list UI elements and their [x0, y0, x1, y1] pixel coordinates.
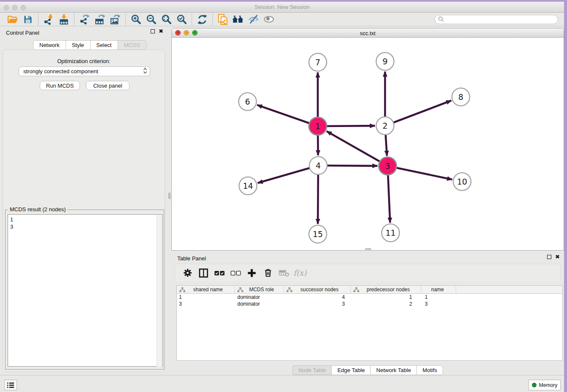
export-image-button[interactable]	[107, 14, 123, 25]
graph-node-7[interactable]: 7	[309, 53, 327, 71]
edge-4-14[interactable]	[258, 166, 318, 183]
zoom-fit-button[interactable]	[159, 14, 174, 25]
control-panel-float-icon[interactable]	[151, 29, 155, 33]
graph-node-2[interactable]: 2	[376, 117, 394, 135]
column-header-mcds-role[interactable]: MCDS role	[235, 286, 284, 293]
search-input[interactable]	[444, 16, 558, 23]
checked-boxes-icon	[214, 270, 225, 276]
clear-all-columns-button[interactable]	[228, 267, 243, 279]
optimization-criterion-select[interactable]: strongly connected component	[19, 66, 150, 76]
save-floppy-icon	[23, 14, 33, 25]
hide-graphics-details-button[interactable]	[246, 14, 261, 25]
node-table-header: shared name MCDS role successor nodes pr…	[177, 286, 562, 294]
column-header-name[interactable]: name	[421, 286, 456, 293]
eye-slash-icon	[248, 14, 259, 25]
export-image-icon	[110, 14, 121, 25]
show-graphics-details-button[interactable]	[261, 14, 276, 25]
network-window-titlebar[interactable]: × – + scc.txt	[172, 28, 564, 38]
clone-network-button[interactable]	[215, 14, 231, 25]
tab-motifs[interactable]: Motifs	[416, 365, 443, 375]
graph-node-14[interactable]: 14	[239, 177, 257, 195]
horizontal-split-grip[interactable]	[365, 248, 371, 251]
apply-layout-button[interactable]	[195, 14, 210, 25]
save-session-button[interactable]	[20, 14, 36, 25]
tab-network-table[interactable]: Network Table	[370, 365, 416, 375]
edge-1-6[interactable]	[257, 105, 318, 126]
import-network-icon	[43, 14, 54, 25]
open-session-button[interactable]	[5, 14, 20, 25]
column-header-predecessor-nodes[interactable]: predecessor nodes	[351, 286, 421, 293]
node-label: 6	[245, 97, 250, 106]
close-panel-button[interactable]: Close panel	[86, 81, 129, 90]
tab-network[interactable]: Network	[33, 40, 66, 50]
cell-mcds-role: dominator	[235, 294, 284, 301]
mcds-result-textarea[interactable]: 1 3	[8, 214, 162, 367]
table-options-button[interactable]	[180, 267, 195, 279]
edge-2-8[interactable]	[385, 101, 451, 126]
delete-table-button[interactable]	[277, 267, 291, 279]
control-panel: Control Panel ✖ Network Style Select MCD…	[0, 26, 168, 375]
app-title: Session: New Session	[0, 4, 564, 10]
export-table-icon	[94, 14, 105, 25]
graph-node-1[interactable]: 1	[309, 117, 327, 135]
tab-mcds[interactable]: MCDS	[118, 40, 146, 50]
cell-name: 3	[421, 301, 456, 307]
app-title-bar[interactable]: Session: New Session	[0, 2, 564, 13]
import-network-button[interactable]	[41, 14, 56, 25]
zoom-selected-icon	[176, 14, 187, 25]
tab-edge-table[interactable]: Edge Table	[331, 365, 370, 375]
function-builder-button[interactable]: f(x)	[293, 267, 307, 279]
vertical-split-grip[interactable]	[168, 193, 171, 199]
vertical-split-divider[interactable]	[168, 26, 171, 375]
import-table-button[interactable]	[56, 14, 72, 25]
dropdown-value: strongly connected component	[23, 68, 98, 75]
memory-label: Memory	[539, 382, 557, 388]
edge-3-10[interactable]	[388, 166, 452, 179]
zoom-selected-button[interactable]	[174, 14, 189, 25]
zoom-out-icon	[146, 14, 157, 25]
tab-style[interactable]: Style	[66, 40, 90, 50]
table-panel-close-icon[interactable]: ✖	[555, 255, 560, 259]
edge-3-1[interactable]	[327, 131, 388, 166]
table-panel-float-icon[interactable]	[547, 255, 551, 259]
show-column-panel-button[interactable]	[196, 267, 211, 279]
graph-node-9[interactable]: 9	[376, 52, 394, 70]
create-column-button[interactable]	[245, 267, 259, 279]
column-header-shared-name[interactable]: shared name	[177, 286, 235, 293]
graph-node-15[interactable]: 15	[309, 225, 327, 243]
search-icon	[438, 16, 444, 22]
table-row[interactable]: 3 dominator 3 2 3	[177, 301, 562, 307]
show-all-windows-button[interactable]	[231, 14, 246, 25]
zoom-in-button[interactable]	[128, 14, 143, 25]
graph-node-3[interactable]: 3	[379, 157, 396, 175]
export-table-button[interactable]	[92, 14, 107, 25]
delete-column-button[interactable]	[261, 267, 275, 279]
column-header-successor-nodes[interactable]: successor nodes	[284, 286, 351, 293]
network-canvas-svg[interactable]: 7968124314101511	[172, 38, 564, 251]
control-panel-tabs: Network Style Select MCDS	[33, 40, 146, 50]
graph-node-11[interactable]: 11	[382, 224, 399, 242]
task-history-button[interactable]	[4, 380, 17, 390]
export-network-button[interactable]	[77, 14, 92, 25]
result-line: 3	[10, 223, 162, 230]
control-panel-close-icon[interactable]: ✖	[159, 29, 163, 33]
memory-button[interactable]: Memory	[528, 380, 561, 390]
table-row[interactable]: 1 dominator 4 1 1	[177, 294, 562, 301]
tab-node-table[interactable]: Node Table	[292, 365, 332, 375]
graph-node-10[interactable]: 10	[453, 173, 471, 190]
result-line: 1	[10, 216, 162, 223]
open-folder-icon	[7, 14, 18, 25]
node-label: 14	[243, 181, 253, 190]
table-panel-title: Table Panel	[177, 255, 206, 262]
refresh-icon	[197, 14, 208, 25]
search-box[interactable]	[435, 15, 558, 24]
select-all-columns-button[interactable]	[212, 267, 227, 279]
run-mcds-button[interactable]: Run MCDS	[40, 81, 80, 90]
node-label: 11	[385, 228, 396, 237]
tab-select[interactable]: Select	[90, 40, 118, 50]
result-scrollbar-track[interactable]	[157, 215, 162, 367]
graph-node-4[interactable]: 4	[309, 157, 327, 174]
graph-node-6[interactable]: 6	[239, 93, 256, 110]
zoom-out-button[interactable]	[143, 14, 159, 25]
graph-node-8[interactable]: 8	[452, 88, 470, 106]
